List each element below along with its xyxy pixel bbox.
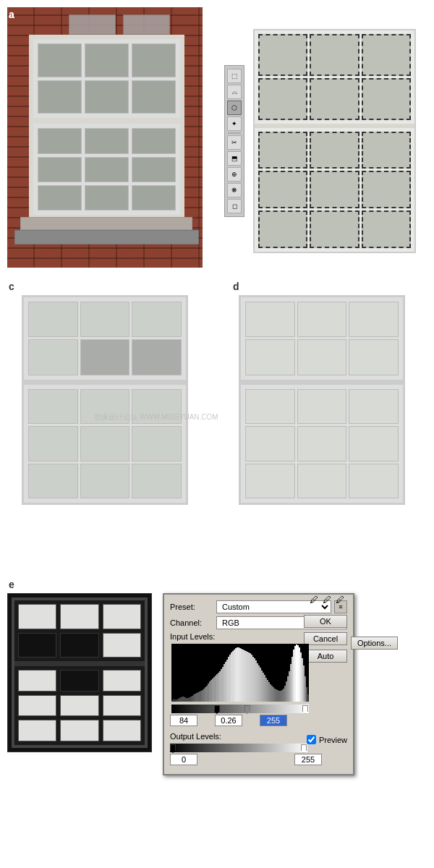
svg-rect-66 <box>267 680 268 702</box>
svg-rect-43 <box>234 650 235 702</box>
channel-label: Channel: <box>170 618 213 627</box>
svg-rect-3 <box>176 699 177 702</box>
black-point-input[interactable] <box>170 715 197 726</box>
svg-rect-67 <box>268 682 270 702</box>
svg-rect-1 <box>173 699 174 702</box>
svg-rect-78 <box>284 686 286 702</box>
svg-rect-41 <box>231 652 232 702</box>
svg-rect-88 <box>299 647 300 702</box>
tool-crop[interactable]: ✂ <box>227 135 242 150</box>
svg-rect-20 <box>200 691 202 702</box>
svg-rect-32 <box>218 673 219 702</box>
section-label-e: e <box>9 579 14 590</box>
svg-rect-79 <box>286 681 287 702</box>
svg-rect-23 <box>205 687 206 702</box>
svg-rect-33 <box>219 671 221 702</box>
svg-rect-31 <box>216 674 218 702</box>
tool-polygon-lasso[interactable]: ⬡ <box>227 101 242 115</box>
tool-marquee[interactable]: ⬚ <box>227 69 242 83</box>
svg-rect-37 <box>225 662 226 702</box>
panel-c-image <box>22 295 188 505</box>
tool-magic-wand[interactable]: ✦ <box>227 116 242 131</box>
svg-rect-36 <box>224 664 225 702</box>
svg-rect-56 <box>252 657 254 702</box>
output-slider-track <box>170 744 307 752</box>
options-button[interactable]: Options... <box>351 637 398 650</box>
svg-rect-42 <box>232 651 234 702</box>
svg-rect-9 <box>184 697 186 702</box>
output-black-handle[interactable] <box>170 744 176 753</box>
svg-rect-16 <box>195 694 196 702</box>
svg-rect-81 <box>289 671 290 702</box>
output-values-row <box>170 754 347 765</box>
svg-rect-77 <box>283 689 284 702</box>
svg-rect-46 <box>238 647 239 702</box>
svg-rect-15 <box>193 694 195 702</box>
output-white-handle[interactable] <box>301 744 307 753</box>
section-label-c: c <box>9 281 14 292</box>
tool-heal[interactable]: ⊕ <box>227 167 242 182</box>
input-values-row: 🖊 🖊 🖊 <box>170 715 347 726</box>
label-a-overlay: a <box>9 9 14 20</box>
svg-rect-7 <box>182 697 183 702</box>
svg-rect-45 <box>237 647 238 702</box>
svg-rect-24 <box>206 686 208 702</box>
tool-slice[interactable]: ⬒ <box>227 151 242 166</box>
tool-separator <box>228 132 241 134</box>
tool-lasso[interactable]: ⌓ <box>227 85 242 99</box>
svg-rect-34 <box>221 669 222 702</box>
tool-eraser[interactable]: ◻ <box>227 199 242 213</box>
input-levels-label: Input Levels: <box>170 632 257 641</box>
panel-e-image <box>7 593 152 752</box>
svg-rect-62 <box>261 671 263 702</box>
output-black-input[interactable] <box>170 754 197 765</box>
svg-rect-12 <box>189 697 190 702</box>
svg-rect-84 <box>293 650 294 702</box>
svg-rect-25 <box>208 684 209 702</box>
svg-rect-57 <box>254 658 255 702</box>
svg-rect-71 <box>274 689 276 702</box>
levels-dialog: Preset: Custom ≡ OK Channel: RGB Cancel … <box>163 593 354 775</box>
svg-rect-85 <box>294 646 296 702</box>
panel-d-image <box>239 295 405 505</box>
tools-panel: ⬚ ⌓ ⬡ ✦ ✂ ⬒ ⊕ ❋ ◻ <box>224 65 244 217</box>
preview-checkbox[interactable] <box>307 735 316 744</box>
svg-rect-58 <box>255 660 257 702</box>
svg-rect-52 <box>247 652 248 702</box>
white-point-handle[interactable] <box>302 705 308 714</box>
tool-clone[interactable]: ❋ <box>227 183 242 197</box>
white-eyedropper[interactable]: 🖊 <box>336 595 347 606</box>
svg-rect-35 <box>222 667 224 702</box>
black-eyedropper[interactable]: 🖊 <box>310 595 321 606</box>
svg-rect-68 <box>270 684 271 702</box>
svg-rect-89 <box>300 652 302 702</box>
svg-rect-93 <box>306 687 307 702</box>
svg-rect-38 <box>226 660 228 702</box>
input-slider-track <box>171 705 309 713</box>
svg-rect-14 <box>192 696 193 702</box>
svg-rect-87 <box>297 645 299 702</box>
svg-rect-50 <box>244 650 245 702</box>
svg-rect-83 <box>292 657 293 702</box>
svg-rect-54 <box>250 653 251 702</box>
output-white-input[interactable] <box>294 754 322 765</box>
white-point-input[interactable] <box>260 715 287 726</box>
black-point-handle[interactable] <box>214 705 220 714</box>
svg-rect-55 <box>251 655 252 702</box>
svg-rect-64 <box>264 675 265 702</box>
svg-rect-8 <box>183 697 184 702</box>
svg-rect-86 <box>296 644 297 702</box>
svg-rect-92 <box>305 676 306 702</box>
ok-button[interactable]: OK <box>304 615 347 628</box>
svg-rect-51 <box>245 651 247 702</box>
preview-row: Preview <box>307 735 347 744</box>
svg-rect-44 <box>235 648 237 702</box>
gray-eyedropper[interactable]: 🖊 <box>323 595 334 606</box>
svg-rect-69 <box>271 686 273 702</box>
eyedropper-group: 🖊 🖊 🖊 <box>310 595 347 606</box>
midpoint-handle[interactable] <box>244 705 250 714</box>
panel-b-image: ⬚ ⌓ ⬡ ✦ ✂ ⬒ ⊕ ❋ ◻ <box>221 7 423 268</box>
svg-rect-72 <box>276 689 277 702</box>
svg-rect-28 <box>212 678 213 702</box>
midpoint-input[interactable] <box>215 715 242 726</box>
